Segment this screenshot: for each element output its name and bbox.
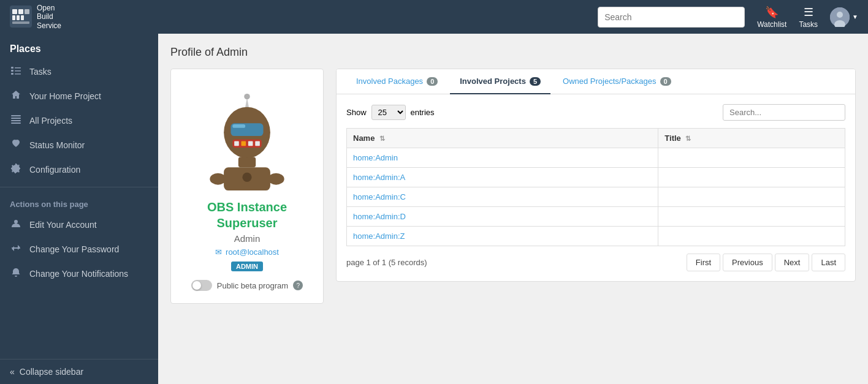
svg-rect-13 <box>15 70 21 72</box>
sidebar: Places Tasks Your Home Project <box>0 34 158 384</box>
svg-rect-4 <box>17 15 20 20</box>
svg-rect-14 <box>11 73 13 75</box>
sidebar-item-notifications[interactable]: Change Your Notifications <box>0 262 158 286</box>
last-page-button[interactable]: Last <box>812 254 845 271</box>
tasks-icon: ☰ <box>804 6 813 19</box>
entries-select[interactable]: 25 50 100 <box>371 105 406 120</box>
svg-rect-0 <box>12 9 17 14</box>
col-title[interactable]: Title ⇅ <box>658 129 845 148</box>
brand: Open Build Service <box>10 4 61 30</box>
tab-owned-projects[interactable]: Owned Projects/Packages 0 <box>553 69 681 94</box>
email-icon: ✉ <box>215 247 222 257</box>
brand-logo <box>10 6 32 28</box>
tab-involved-projects[interactable]: Involved Projects 5 <box>450 69 550 94</box>
svg-point-32 <box>210 173 226 185</box>
profile-card: OBS Instance Superuser Admin ✉ root@loca… <box>170 69 324 304</box>
sidebar-item-all-projects[interactable]: All Projects <box>0 108 158 133</box>
cell-name[interactable]: home:Admin <box>347 148 658 168</box>
brand-text: Open Build Service <box>37 4 61 30</box>
cell-name[interactable]: home:Admin:D <box>347 207 658 227</box>
bell-icon <box>10 268 22 280</box>
navbar: Open Build Service 🔖 Watchlist ☰ Tasks ▼ <box>0 0 868 34</box>
svg-rect-29 <box>248 141 253 146</box>
list-icon <box>10 115 22 127</box>
table-row: home:Admin:Z <box>347 227 845 246</box>
svg-rect-3 <box>12 15 15 20</box>
tabs-panel: Involved Packages 0 Involved Projects 5 … <box>336 69 856 282</box>
pagination-buttons: First Previous Next Last <box>687 254 845 271</box>
svg-rect-5 <box>21 15 24 20</box>
table-row: home:Admin:C <box>347 187 845 207</box>
cell-name[interactable]: home:Admin:A <box>347 168 658 187</box>
sidebar-places-title: Places <box>0 34 158 59</box>
tasks-button[interactable]: ☰ Tasks <box>799 6 818 29</box>
chevron-left-icon: « <box>10 367 15 377</box>
navbar-actions: 🔖 Watchlist ☰ Tasks ▼ <box>757 6 858 29</box>
sidebar-item-status-monitor[interactable]: Status Monitor <box>0 133 158 157</box>
sidebar-item-edit-account[interactable]: Edit Your Account <box>0 213 158 237</box>
search-input[interactable] <box>598 7 745 28</box>
svg-rect-27 <box>234 141 239 146</box>
next-page-button[interactable]: Next <box>775 254 810 271</box>
svg-rect-11 <box>15 67 21 69</box>
help-icon[interactable]: ? <box>293 280 303 290</box>
main-content: Profile of Admin <box>158 34 868 384</box>
watchlist-button[interactable]: 🔖 Watchlist <box>757 6 786 29</box>
svg-rect-21 <box>238 157 256 167</box>
table-row: home:Admin:A <box>347 168 845 187</box>
col-name[interactable]: Name ⇅ <box>347 129 658 148</box>
sidebar-item-tasks[interactable]: Tasks <box>0 59 158 84</box>
table-row: home:Admin <box>347 148 845 168</box>
cell-title <box>658 227 845 246</box>
svg-rect-16 <box>11 115 21 116</box>
cell-title <box>658 207 845 227</box>
user-icon <box>10 219 22 231</box>
sidebar-item-home-project[interactable]: Your Home Project <box>0 84 158 108</box>
chevron-down-icon: ▼ <box>852 13 858 20</box>
heart-icon <box>10 139 22 151</box>
beta-toggle[interactable] <box>191 280 212 291</box>
svg-rect-19 <box>11 122 21 124</box>
svg-point-20 <box>14 220 18 224</box>
cell-title <box>658 187 845 207</box>
previous-page-button[interactable]: Previous <box>723 254 772 271</box>
sort-name-icon: ⇅ <box>379 135 385 142</box>
sidebar-divider <box>0 187 158 187</box>
admin-badge: ADMIN <box>231 262 263 271</box>
cell-name[interactable]: home:Admin:Z <box>347 227 658 246</box>
cell-title <box>658 168 845 187</box>
table-search-input[interactable] <box>723 104 845 121</box>
home-icon <box>10 90 22 102</box>
beta-program: Public beta program ? <box>191 280 303 291</box>
involved-projects-count: 5 <box>530 77 541 86</box>
page-title: Profile of Admin <box>170 46 856 59</box>
gear-icon <box>10 164 22 176</box>
svg-rect-25 <box>232 124 245 128</box>
collapse-sidebar-button[interactable]: « Collapse sidebar <box>0 359 158 384</box>
user-menu[interactable]: ▼ <box>830 7 858 27</box>
show-entries: Show 25 50 100 entries <box>346 105 435 120</box>
pagination-info: page 1 of 1 (5 records) <box>346 258 427 267</box>
watchlist-icon: 🔖 <box>765 6 779 19</box>
svg-rect-2 <box>25 9 29 14</box>
tab-involved-packages[interactable]: Involved Packages 0 <box>346 69 447 94</box>
svg-rect-10 <box>11 67 13 69</box>
profile-layout: OBS Instance Superuser Admin ✉ root@loca… <box>170 69 856 304</box>
profile-email[interactable]: ✉ root@localhost <box>215 247 279 257</box>
svg-point-8 <box>837 12 843 18</box>
first-page-button[interactable]: First <box>687 254 720 271</box>
tabs-header: Involved Packages 0 Involved Projects 5 … <box>337 69 855 94</box>
cell-name[interactable]: home:Admin:C <box>347 187 658 207</box>
svg-rect-18 <box>11 120 21 121</box>
profile-username: Admin <box>234 233 261 244</box>
sort-title-icon: ⇅ <box>685 135 691 142</box>
tasks-icon <box>10 66 22 78</box>
data-table: Name ⇅ Title ⇅ home:Adminhome:Admin:Ahom… <box>346 128 845 246</box>
toggle-knob <box>192 281 201 290</box>
svg-rect-17 <box>11 118 21 119</box>
sidebar-item-configuration[interactable]: Configuration <box>0 157 158 182</box>
svg-rect-15 <box>15 73 21 75</box>
owned-projects-count: 0 <box>660 77 671 86</box>
involved-packages-count: 0 <box>427 77 438 86</box>
sidebar-item-change-password[interactable]: Change Your Password <box>0 237 158 262</box>
